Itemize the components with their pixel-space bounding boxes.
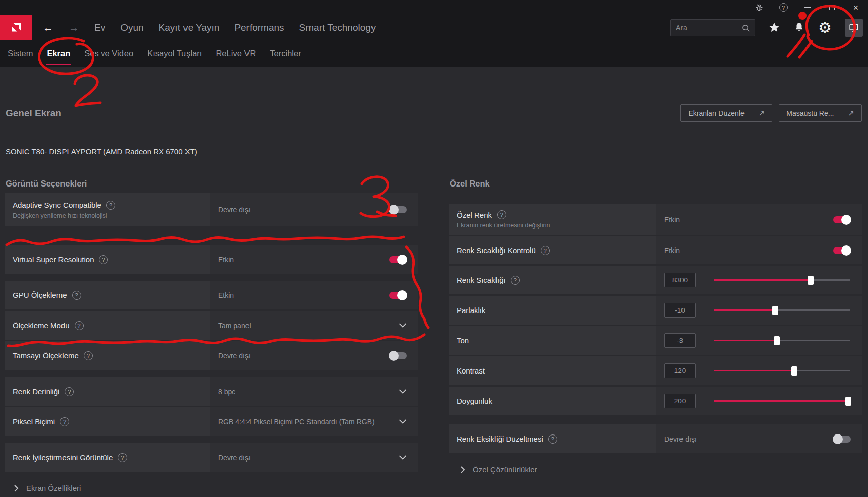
value-area: Devre dışı [210, 341, 418, 370]
toggle-renk-sicakligi-kontrolu[interactable] [833, 247, 851, 254]
back-button[interactable]: ← [43, 22, 53, 34]
toggle-knob [397, 290, 407, 300]
chevron-down-icon[interactable] [399, 455, 407, 460]
expander-label: Özel Çözünürlükler [473, 465, 537, 474]
label-area: Renk Derinliği ? [5, 377, 210, 406]
section-title: Görüntü Seçenekleri [6, 179, 418, 189]
slider-thumb[interactable] [791, 366, 797, 376]
tab-relive-vr[interactable]: ReLive VR [209, 40, 263, 67]
renk-sicakligi-slider[interactable] [714, 275, 850, 285]
toggle-virtual-super-resolution[interactable] [389, 256, 407, 263]
settings-columns: Görüntü Seçenekleri Adaptive Sync Compat… [5, 179, 862, 492]
nav-tab-oyun[interactable]: Oyun [120, 22, 143, 33]
row-adaptive-sync-compatible: Adaptive Sync Compatible ? Değişken yeni… [5, 193, 418, 226]
setting-label: Ölçekleme Modu [13, 321, 70, 330]
slider-area [656, 356, 862, 385]
help-icon[interactable]: ? [118, 453, 127, 462]
section-tabs: Sistem Ekran Ses ve Video Kısayol Tuşlar… [0, 40, 868, 67]
tab-ses-ve-video[interactable]: Ses ve Video [77, 40, 140, 67]
content-area: Genel Ekran Ekranları Düzenle ↗ Masaüstü… [5, 104, 862, 492]
forward-button[interactable]: → [69, 22, 79, 34]
doygunluk-input[interactable] [664, 394, 696, 408]
chevron-down-icon[interactable] [399, 389, 407, 394]
slider-thumb[interactable] [774, 336, 780, 345]
help-icon[interactable]: ? [72, 291, 81, 300]
minimize-button[interactable] [795, 0, 820, 15]
tab-ekran[interactable]: Ekran [40, 40, 77, 67]
doygunluk-slider[interactable] [714, 396, 850, 406]
help-icon[interactable]: ? [65, 387, 74, 396]
setting-label: GPU Ölçekleme [13, 291, 67, 299]
nav-tab-performans[interactable]: Performans [234, 22, 284, 33]
toggle-adaptive-sync[interactable] [389, 206, 407, 213]
ekranlari-duzenle-button[interactable]: Ekranları Düzenle ↗ [680, 104, 772, 122]
toggle-renk-eksikligi-duzeltmesi[interactable] [833, 436, 851, 443]
row-virtual-super-resolution: Virtual Super Resolution ? Etkin [5, 245, 418, 274]
help-icon[interactable]: ? [60, 417, 69, 426]
amd-logo[interactable] [0, 15, 32, 40]
help-icon[interactable]: ? [548, 434, 557, 444]
page-title: Genel Ekran [6, 108, 61, 119]
slider-fill [714, 309, 775, 311]
help-icon[interactable]: ? [511, 276, 520, 285]
maximize-button[interactable] [820, 0, 844, 15]
nav-tab-kayit-ve-yayin[interactable]: Kayıt ve Yayın [159, 22, 220, 33]
search-box[interactable] [670, 19, 755, 36]
maximize-icon [829, 5, 835, 10]
help-icon[interactable]: ? [541, 246, 550, 255]
favorites-star-icon [768, 22, 780, 34]
toggle-tamsayi-olcekleme[interactable] [389, 352, 407, 359]
expander-label: Ekran Özellikleri [26, 484, 81, 492]
kontrast-input[interactable] [664, 363, 696, 378]
notifications-bell-button[interactable] [793, 22, 805, 33]
slider-thumb[interactable] [845, 397, 851, 406]
help-icon[interactable]: ? [99, 255, 108, 264]
nav-tab-ev[interactable]: Ev [94, 22, 105, 33]
nav-tab-smart-technology[interactable]: Smart Technology [299, 22, 376, 33]
search-icon [741, 24, 751, 33]
tab-kisayol-tuslari[interactable]: Kısayol Tuşları [140, 40, 209, 67]
label-area: Renk Sıcaklığı ? [449, 266, 656, 294]
parlaklik-input[interactable] [664, 303, 696, 318]
help-icon[interactable]: ? [106, 201, 115, 210]
help-icon[interactable]: ? [84, 351, 93, 360]
chevron-down-icon[interactable] [399, 419, 407, 424]
header-actions: Ekranları Düzenle ↗ Masaüstü Re... ↗ [680, 104, 862, 122]
tab-sistem[interactable]: Sistem [1, 40, 40, 67]
toggle-knob [841, 245, 851, 256]
parlaklik-slider[interactable] [714, 305, 850, 316]
minimize-icon [804, 7, 811, 8]
kontrast-slider[interactable] [714, 366, 850, 376]
toggle-ozel-renk[interactable] [833, 216, 851, 223]
ekran-ozellikleri-expander[interactable]: Ekran Özellikleri [5, 484, 418, 492]
label-area: Parlaklık [449, 296, 656, 325]
ozel-cozunurlukler-expander[interactable]: Özel Çözünürlükler [449, 465, 862, 474]
favorites-star-button[interactable] [768, 22, 780, 34]
setting-label: Doygunluk [457, 397, 492, 405]
report-bug-button[interactable] [747, 0, 771, 15]
masaustu-button[interactable]: Masaüstü Re... ↗ [779, 104, 862, 122]
chevron-right-icon [460, 466, 465, 474]
label-area: Renk Eksikliği Düzeltmesi ? [449, 424, 656, 453]
renk-sicakligi-input[interactable] [664, 273, 696, 287]
titlebar-help-button[interactable]: ? [771, 0, 795, 15]
label-area: Virtual Super Resolution ? [5, 245, 210, 274]
ton-input[interactable] [664, 333, 696, 348]
value-area: Devre dışı [656, 424, 862, 453]
slider-thumb[interactable] [808, 276, 814, 285]
help-icon[interactable]: ? [497, 210, 506, 219]
settings-gear-button[interactable]: ⚙ [818, 20, 832, 35]
value-area: 8 bpc [210, 377, 418, 406]
connect-display-button[interactable] [845, 19, 863, 37]
setting-label: Piksel Biçimi [13, 417, 55, 426]
tab-tercihler[interactable]: Tercihler [263, 40, 308, 67]
help-icon[interactable]: ? [75, 321, 84, 330]
ton-slider[interactable] [714, 336, 850, 346]
toggle-gpu-olcekleme[interactable] [389, 292, 407, 299]
chevron-down-icon[interactable] [399, 323, 407, 328]
slider-fill [714, 370, 794, 371]
slider-thumb[interactable] [772, 306, 778, 315]
tab-label: Sistem [8, 49, 33, 58]
close-button[interactable]: × [844, 0, 868, 15]
toggle-knob [389, 351, 399, 361]
